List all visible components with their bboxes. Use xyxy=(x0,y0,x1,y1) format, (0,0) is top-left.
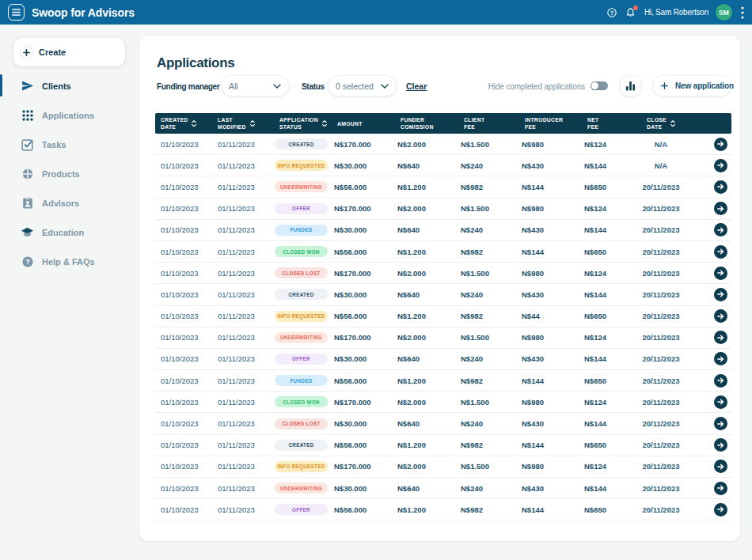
cell-introducer-fee: N$44 xyxy=(522,312,584,320)
cell-introducer-fee: N$430 xyxy=(522,161,584,170)
cell-last-modified: 01/11/2023 xyxy=(218,484,279,493)
sidebar-item-clients[interactable]: Clients xyxy=(0,71,139,100)
open-application-button[interactable] xyxy=(714,180,727,194)
cell-created-date: 01/10/2023 xyxy=(161,183,218,191)
column-header-created-date[interactable]: CREATEDDATE xyxy=(161,116,218,131)
help-button[interactable]: ? xyxy=(607,8,617,17)
cell-amount: N$170.000 xyxy=(334,398,397,407)
new-application-button[interactable]: New application xyxy=(652,75,731,96)
open-application-button[interactable] xyxy=(714,503,727,516)
cell-net-fee: N$124 xyxy=(584,269,633,278)
menu-button[interactable] xyxy=(8,4,25,21)
notifications-button[interactable] xyxy=(625,7,636,17)
open-application-button[interactable] xyxy=(714,138,727,151)
cell-created-date: 01/10/2023 xyxy=(161,312,218,320)
open-application-button[interactable] xyxy=(714,309,727,323)
column-header-line: APPLICATION xyxy=(279,116,318,123)
cell-created-date: 01/10/2023 xyxy=(161,140,218,149)
cell-open xyxy=(689,374,731,388)
cell-net-fee: N$124 xyxy=(584,333,633,342)
open-application-button[interactable] xyxy=(714,245,727,259)
open-application-button[interactable] xyxy=(714,288,727,301)
cell-introducer-fee: N$430 xyxy=(522,484,584,493)
cell-funder-commission: N$2.000 xyxy=(397,140,461,149)
cell-introducer-fee: N$980 xyxy=(522,462,584,471)
open-application-button[interactable] xyxy=(714,460,727,473)
cell-open xyxy=(689,395,731,409)
cell-application-status: FUNDED xyxy=(279,375,334,386)
overflow-menu-button[interactable] xyxy=(737,6,748,19)
cell-open xyxy=(689,460,731,473)
sort-icons[interactable] xyxy=(250,120,255,127)
open-application-button[interactable] xyxy=(714,202,727,215)
open-application-button[interactable] xyxy=(714,159,727,172)
cell-funder-commission: N$2.000 xyxy=(397,269,461,278)
cell-client-fee: N$1.500 xyxy=(461,140,522,149)
sidebar-item-education[interactable]: Education xyxy=(0,218,139,247)
sort-icons[interactable] xyxy=(670,120,675,127)
column-header-introducer-fee: INTRODUCERFEE xyxy=(522,116,584,131)
column-header-application-status[interactable]: APPLICATIONSTATUS xyxy=(279,116,334,131)
column-header-close-date[interactable]: CLOSEDATE xyxy=(633,116,689,131)
sidebar-item-help-faqs[interactable]: ? Help & FAQs xyxy=(0,247,139,276)
sidebar-item-products[interactable]: Products xyxy=(0,159,139,188)
arrow-right-icon xyxy=(717,184,724,190)
arrow-right-icon xyxy=(717,162,724,168)
open-application-button[interactable] xyxy=(714,395,727,409)
cell-created-date: 01/10/2023 xyxy=(161,161,218,170)
open-application-button[interactable] xyxy=(714,438,727,452)
cell-net-fee: N$650 xyxy=(584,376,633,385)
cell-open xyxy=(689,331,731,344)
sidebar-item-advisors[interactable]: Advisors xyxy=(0,188,139,218)
cell-net-fee: N$650 xyxy=(584,441,633,449)
cell-client-fee: N$982 xyxy=(461,248,522,256)
column-header-line: INTRODUCER xyxy=(525,116,563,123)
cell-amount: N$30.000 xyxy=(334,225,397,234)
hamburger-icon xyxy=(12,9,21,16)
column-header-last-modified[interactable]: LASTMODIFIED xyxy=(218,116,279,131)
column-header-client-fee: CLIENTFEE xyxy=(461,116,522,131)
funding-manager-value: All xyxy=(229,81,238,91)
open-application-button[interactable] xyxy=(714,374,727,388)
clear-filters-link[interactable]: Clear xyxy=(406,81,427,91)
sort-icons[interactable] xyxy=(192,120,196,127)
caret-up-icon xyxy=(250,120,255,123)
open-application-button[interactable] xyxy=(714,267,727,280)
chart-view-button[interactable] xyxy=(620,75,641,96)
cell-open xyxy=(689,309,731,323)
cell-net-fee: N$144 xyxy=(584,354,633,363)
sidebar-item-tasks[interactable]: Tasks xyxy=(0,130,139,159)
open-application-button[interactable] xyxy=(714,331,727,344)
cell-last-modified: 01/11/2023 xyxy=(218,248,279,256)
avatar-initials: SM xyxy=(719,9,729,17)
create-button[interactable]: Create xyxy=(13,38,125,66)
cell-created-date: 01/10/2023 xyxy=(161,484,218,493)
sidebar-item-label: Products xyxy=(42,169,80,179)
status-badge: UNDERWRITING xyxy=(275,181,328,192)
cell-introducer-fee: N$144 xyxy=(522,248,584,256)
cell-client-fee: N$240 xyxy=(461,225,522,234)
cell-application-status: UNDERWRITING xyxy=(279,482,334,494)
cell-close-date: 20/11/2023 xyxy=(633,333,689,342)
cell-amount: N$56.000 xyxy=(334,441,397,449)
funding-manager-select[interactable]: All xyxy=(221,75,289,96)
sort-icons[interactable] xyxy=(322,120,327,127)
table-row: 01/10/202301/11/2023CREATEDN$170.000N$2.… xyxy=(155,134,731,155)
open-application-button[interactable] xyxy=(714,352,727,365)
table-row: 01/10/202301/11/2023UNDERWRITINGN$170.00… xyxy=(155,327,731,349)
column-header-line: DATE xyxy=(647,123,667,131)
status-select[interactable]: 0 selected xyxy=(328,75,397,96)
table-row: 01/10/202301/11/2023INFO REQUESTEDN$56.0… xyxy=(155,306,731,327)
sidebar-item-label: Tasks xyxy=(42,140,66,149)
open-application-button[interactable] xyxy=(714,482,727,495)
cell-client-fee: N$1.500 xyxy=(461,398,522,407)
open-application-button[interactable] xyxy=(714,417,727,430)
segments-icon xyxy=(21,167,34,180)
sidebar-item-applications[interactable]: Applications xyxy=(0,100,139,130)
open-application-button[interactable] xyxy=(714,223,727,236)
hide-completed-toggle[interactable] xyxy=(591,81,608,90)
graduation-cap-icon xyxy=(21,225,34,239)
cell-open xyxy=(689,267,731,280)
arrow-right-icon xyxy=(717,248,724,255)
avatar[interactable]: SM xyxy=(716,4,732,21)
